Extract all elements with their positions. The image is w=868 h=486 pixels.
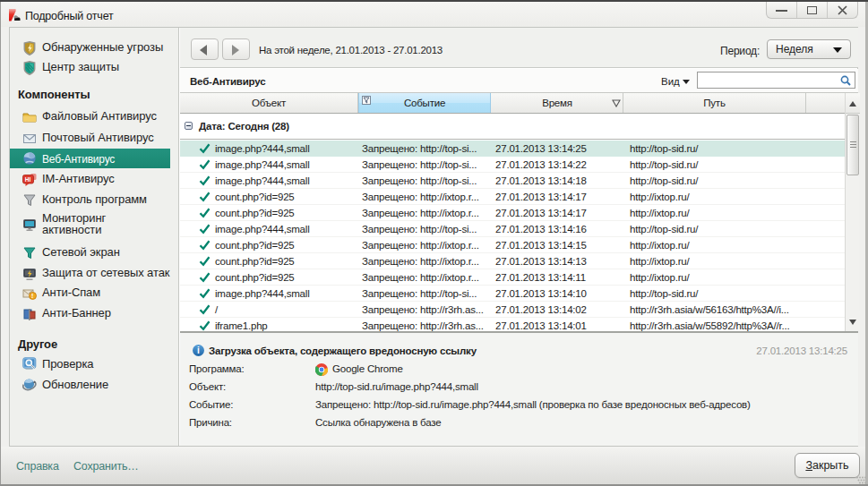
svg-text:HI: HI (25, 176, 31, 183)
svg-text:!: ! (31, 293, 33, 299)
